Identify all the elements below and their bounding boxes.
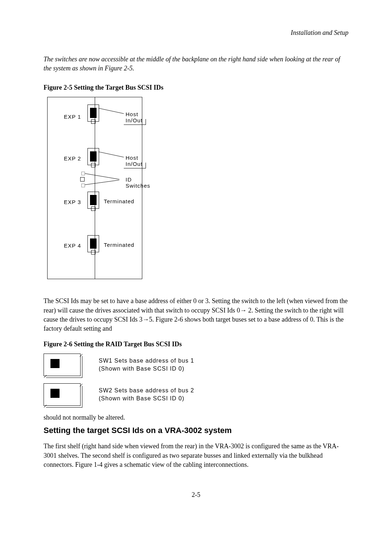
- exp2-label: EXP 2: [64, 155, 81, 162]
- id-switch-mid: [80, 177, 85, 181]
- paragraph-continuation: should not normally be altered.: [44, 413, 348, 422]
- sw2-text: SW2 Sets base address of bus 2 (Shown wi…: [99, 387, 194, 403]
- exp3-block: [87, 192, 99, 209]
- sw1-text-line1: SW1 Sets base address of bus 1: [99, 357, 194, 365]
- exp4-label: EXP 4: [64, 242, 81, 249]
- exp3-label: EXP 3: [64, 199, 81, 205]
- sw1-text: SW1 Sets base address of bus 1 (Shown wi…: [99, 357, 194, 373]
- exp2-foot-icon: [91, 163, 95, 167]
- figure-2-6: SW1 Sets base address of bus 1 (Shown wi…: [44, 354, 348, 406]
- figure-2-5-caption: Figure 2-5 Setting the Target Bus SCSI I…: [44, 84, 348, 91]
- exp1-inner-icon: [90, 108, 97, 118]
- sw1-row: SW1 Sets base address of bus 1 (Shown wi…: [44, 354, 348, 376]
- heading-vra-3002: Setting the target SCSI Ids on a VRA-300…: [44, 426, 348, 435]
- svg-line-1: [98, 152, 124, 157]
- exp2-leader-line: [98, 152, 127, 159]
- sw1-side-line: [82, 356, 82, 378]
- host2-bracket: [124, 163, 146, 168]
- exp1-label: EXP 1: [64, 114, 81, 120]
- sw1-text-line2: (Shown with Base SCSI ID 0): [99, 365, 194, 373]
- exp2-block: [87, 148, 99, 165]
- page-number: 2-5: [44, 491, 348, 499]
- sw1-base-line: [46, 378, 82, 378]
- sw2-base-line: [46, 407, 82, 408]
- exp4-block: [87, 235, 99, 252]
- sw2-side-line: [82, 386, 82, 408]
- paragraph-scsi-ids: The SCSI Ids may be set to have a base a…: [44, 297, 348, 333]
- svg-line-3: [85, 180, 119, 185]
- sw2-slider: [50, 389, 60, 398]
- exp4-inner-icon: [90, 238, 97, 249]
- sw1-switch-icon: [44, 354, 81, 376]
- exp4-foot-icon: [91, 250, 95, 254]
- sw2-switch-icon: [44, 383, 81, 406]
- exp1-foot-icon: [91, 119, 95, 124]
- exp3-inner-icon: [90, 195, 97, 205]
- svg-line-0: [98, 108, 124, 114]
- exp3-foot-icon: [91, 207, 95, 211]
- paragraph-vra-3002: The first shelf (right hand side when vi…: [44, 442, 348, 469]
- id-switch-bot: [81, 184, 85, 187]
- sw2-text-line2: (Shown with Base SCSI ID 0): [99, 395, 194, 403]
- idswitch-leader-bot: [85, 180, 125, 185]
- svg-line-2: [85, 174, 119, 179]
- exp2-inner-icon: [90, 151, 97, 162]
- intro-paragraph: The switches are now accessible at the m…: [44, 55, 348, 73]
- figure-2-5: EXP 1 Host In/Out EXP 2 Host In/Out: [47, 97, 221, 286]
- section-header: Installation and Setup: [44, 29, 348, 37]
- figure-2-5-box: EXP 1 Host In/Out EXP 2 Host In/Out: [47, 97, 142, 279]
- exp1-block: [87, 105, 99, 122]
- idswitches-label: ID Switches: [126, 176, 150, 189]
- page-container: Installation and Setup The switches are …: [0, 0, 392, 521]
- idswitch-leader-top: [85, 173, 125, 180]
- id-switch-top: [81, 172, 85, 175]
- sw2-row: SW2 Sets base address of bus 2 (Shown wi…: [44, 383, 348, 406]
- host1-bracket: [124, 119, 146, 125]
- term1-label: Terminated: [104, 198, 134, 204]
- sw1-slider: [50, 359, 60, 368]
- exp1-leader-line: [98, 108, 127, 115]
- term2-label: Terminated: [104, 242, 134, 248]
- figure-2-6-caption: Figure 2-6 Setting the RAID Target Bus S…: [44, 340, 348, 348]
- sw2-text-line1: SW2 Sets base address of bus 2: [99, 387, 194, 395]
